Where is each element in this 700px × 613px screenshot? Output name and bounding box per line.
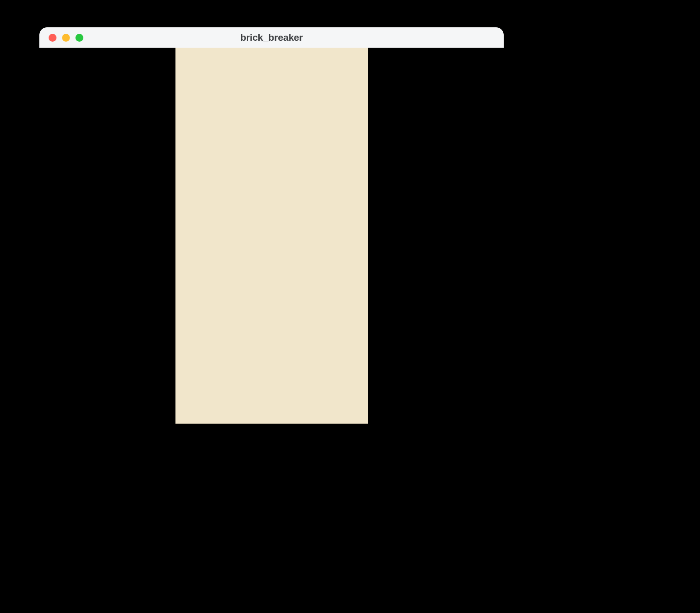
window-content	[39, 48, 504, 424]
minimize-icon[interactable]	[62, 34, 70, 42]
window-title: brick_breaker	[39, 32, 504, 43]
game-canvas[interactable]	[175, 48, 368, 424]
desktop-background: brick_breaker	[0, 0, 700, 613]
window-titlebar[interactable]: brick_breaker	[39, 27, 504, 48]
zoom-icon[interactable]	[75, 34, 83, 42]
traffic-lights-group	[39, 34, 83, 42]
close-icon[interactable]	[49, 34, 56, 42]
app-window: brick_breaker	[39, 27, 504, 424]
